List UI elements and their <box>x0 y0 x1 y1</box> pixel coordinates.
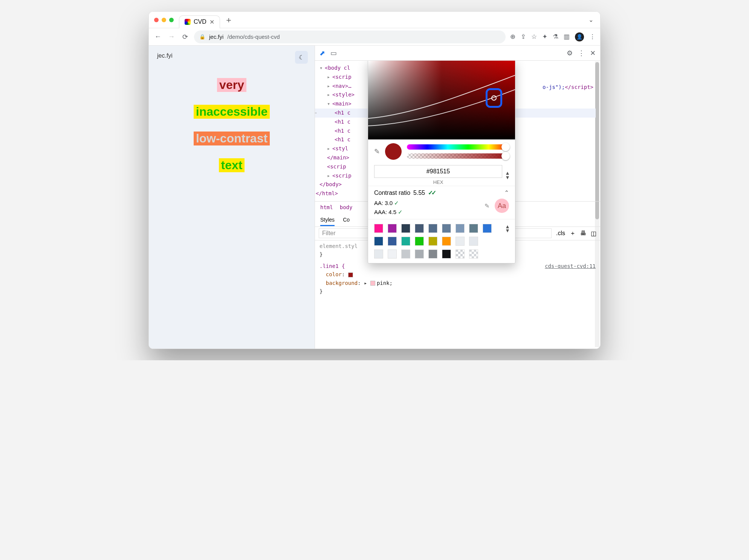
palette-swatch[interactable] <box>415 224 424 233</box>
browser-tab[interactable]: CVD ✕ <box>179 15 220 28</box>
add-rule-button[interactable]: ＋ <box>570 230 576 237</box>
window-zoom-dot[interactable] <box>169 18 174 22</box>
demo-line-2: inaccessible <box>194 105 270 119</box>
palette-swatch[interactable] <box>442 224 451 233</box>
hex-input[interactable] <box>374 165 502 178</box>
window-titlebar: CVD ✕ ＋ ⌄ <box>149 12 600 28</box>
print-icon[interactable]: 🖶 <box>580 230 586 237</box>
inspect-icon[interactable]: ⬈ <box>319 49 325 57</box>
contrast-pass-icon: ✓✓ <box>428 189 435 196</box>
palette-swatch[interactable] <box>415 249 424 259</box>
color-spectrum[interactable] <box>368 61 515 139</box>
demo-line-4: text <box>219 158 245 172</box>
zoom-icon[interactable]: ⊕ <box>510 33 515 41</box>
close-devtools-icon[interactable]: ✕ <box>590 49 596 57</box>
palette-swatch[interactable] <box>483 224 492 233</box>
background-swatch[interactable] <box>370 281 375 286</box>
palette-swatch[interactable] <box>388 237 397 246</box>
contrast-section: Contrast ratio 5.55 ✓✓ ⌃ AA: 3.0 ✓ AAA: … <box>368 186 515 219</box>
url-path: /demo/cds-quest-cvd <box>227 34 280 40</box>
labs-icon[interactable]: ⚗ <box>553 33 558 41</box>
tabs-dropdown[interactable]: ⌄ <box>582 16 600 23</box>
contrast-sample: Aa <box>495 199 509 213</box>
gear-icon[interactable]: ⚙ <box>567 49 573 57</box>
palette-swatch[interactable] <box>374 249 383 259</box>
palette-swatch[interactable] <box>428 249 437 259</box>
hex-label: HEX <box>374 179 502 185</box>
omnibox[interactable]: 🔒 jec.fyi/demo/cds-quest-cvd <box>194 31 506 43</box>
palette-swatch[interactable] <box>401 249 410 259</box>
palette-swatch[interactable] <box>374 224 383 233</box>
share-icon[interactable]: ⇪ <box>521 33 526 41</box>
script-fragment: o-js");</script> <box>543 84 593 90</box>
devtools-panel: ⬈ ▭ ⚙ ⋮ ✕ o-js");</script> <body cl <scr… <box>315 46 600 349</box>
palette-swatch[interactable] <box>469 224 478 233</box>
palette-swatch[interactable] <box>401 237 410 246</box>
palette-swatch[interactable] <box>401 224 410 233</box>
url-host: jec.fyi <box>209 34 223 40</box>
hue-slider[interactable] <box>407 144 509 150</box>
reload-button[interactable]: ⟳ <box>180 33 190 41</box>
palette-swatch[interactable] <box>442 237 451 246</box>
palette-swatch[interactable] <box>469 237 478 246</box>
tab-title: CVD <box>194 18 206 25</box>
palette-swatch[interactable] <box>428 237 437 246</box>
kebab-icon[interactable]: ⋮ <box>578 49 585 57</box>
chrome-menu-icon[interactable]: ⋮ <box>589 33 596 41</box>
extensions-icon[interactable]: ✦ <box>542 33 547 41</box>
forward-button[interactable]: → <box>167 33 176 41</box>
eyedropper-icon[interactable]: ✎ <box>374 147 380 156</box>
devtools-toolbar: ⬈ ▭ ⚙ ⋮ ✕ <box>315 46 600 61</box>
palette-swatch[interactable] <box>456 237 465 246</box>
contrast-label: Contrast ratio <box>374 190 410 196</box>
palette-swatch[interactable] <box>456 224 465 233</box>
window-close-dot[interactable] <box>154 18 159 22</box>
tab-styles[interactable]: Styles <box>320 217 335 226</box>
tab-computed[interactable]: Co <box>343 217 350 223</box>
device-icon[interactable]: ▭ <box>330 49 337 57</box>
palette-swatch[interactable] <box>388 249 397 259</box>
palette-swatch[interactable] <box>374 237 383 246</box>
lock-icon: 🔒 <box>199 34 205 40</box>
palette-swatch[interactable] <box>388 224 397 233</box>
window-minimize-dot[interactable] <box>162 18 166 22</box>
rendered-page: jec.fyi ☾ very inaccessible low-contrast… <box>149 46 315 349</box>
aa-level: AA: 3.0 <box>374 200 393 206</box>
cls-toggle[interactable]: .cls <box>556 230 565 237</box>
theme-toggle[interactable]: ☾ <box>295 51 308 64</box>
close-icon[interactable]: ✕ <box>209 18 214 26</box>
panel-toggle-icon[interactable]: ◫ <box>591 230 596 237</box>
palette-swatch[interactable] <box>428 224 437 233</box>
browser-toolbar: ← → ⟳ 🔒 jec.fyi/demo/cds-quest-cvd ⊕ ⇪ ☆… <box>149 28 600 46</box>
color-palette: ▴▾ <box>368 219 515 263</box>
crumb-html[interactable]: html <box>320 204 333 210</box>
demo-line-3: low-contrast <box>194 132 270 145</box>
demo-line-1: very <box>217 78 246 92</box>
new-tab-button[interactable]: ＋ <box>220 14 237 26</box>
color-swatch[interactable] <box>348 272 353 277</box>
browser-window: CVD ✕ ＋ ⌄ ← → ⟳ 🔒 jec.fyi/demo/cds-quest… <box>148 11 601 349</box>
palette-swatch[interactable] <box>415 237 424 246</box>
contrast-value: 5.55 <box>413 190 425 196</box>
profile-avatar[interactable]: 👤 <box>575 32 584 41</box>
palette-switch[interactable]: ▴▾ <box>496 224 509 233</box>
format-switch[interactable]: ▴▾ <box>506 171 509 179</box>
pick-fg-icon[interactable]: ✎ <box>485 202 489 210</box>
page-title: jec.fyi <box>157 52 306 59</box>
bookmark-icon[interactable]: ☆ <box>531 33 537 41</box>
moon-icon: ☾ <box>299 54 304 61</box>
aaa-level: AAA: 4.5 <box>374 209 396 215</box>
source-link[interactable]: cds-quest-cvd:11 <box>545 262 596 270</box>
spectrum-handle[interactable] <box>486 88 502 108</box>
tab-favicon <box>185 19 191 25</box>
alpha-slider[interactable] <box>407 153 509 159</box>
contrast-expand[interactable]: ⌃ <box>504 189 509 196</box>
back-button[interactable]: ← <box>153 33 162 41</box>
palette-swatch[interactable] <box>469 249 478 259</box>
sidepanel-icon[interactable]: ▥ <box>564 33 570 41</box>
crumb-body[interactable]: body <box>340 204 353 210</box>
palette-swatch[interactable] <box>442 249 451 259</box>
palette-swatch[interactable] <box>456 249 465 259</box>
color-picker-popover: ✎ HEX ▴▾ <box>368 61 515 263</box>
current-color-swatch <box>385 143 402 160</box>
